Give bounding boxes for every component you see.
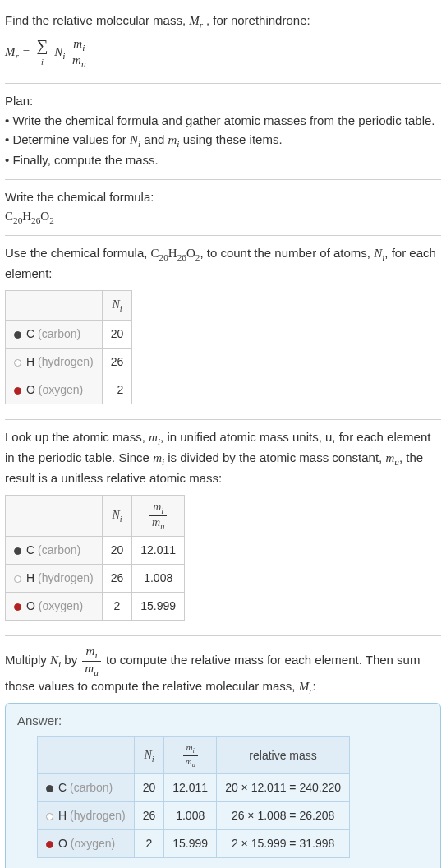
plan-item: Write the chemical formula and gather at… xyxy=(5,112,441,131)
plan-item: Determine values for Ni and mi using the… xyxy=(5,131,441,151)
table-row: O (oxygen) 2 xyxy=(6,376,132,404)
element-dot-icon xyxy=(14,387,21,395)
plan-heading: Plan: xyxy=(5,92,441,111)
element-dot-icon xyxy=(14,603,21,611)
count-atoms-text: Use the chemical formula, C20H26O2, to c… xyxy=(5,244,441,283)
plan-list: Write the chemical formula and gather at… xyxy=(5,112,441,169)
table-row: H (hydrogen) 26 xyxy=(6,349,132,376)
count-atoms-section: Use the chemical formula, C20H26O2, to c… xyxy=(5,236,441,420)
table-row: O (oxygen) 2 15.999 2 × 15.999 = 31.998 xyxy=(38,830,350,858)
ni-table: Ni C (carbon) 20 H (hydrogen) 26 O (oxyg… xyxy=(5,290,132,405)
sum-symbol: ∑ i xyxy=(37,38,48,69)
write-formula-section: Write the chemical formula: C20H26O2 xyxy=(5,180,441,236)
element-dot-icon xyxy=(46,841,53,848)
write-formula-heading: Write the chemical formula: xyxy=(5,188,441,207)
plan-item: Finally, compute the mass. xyxy=(5,151,441,170)
table-row: C (carbon) 20 xyxy=(6,321,132,349)
table-row: O (oxygen) 2 15.999 xyxy=(6,593,185,621)
answer-box: Answer: Ni mi mu relative mass C (carbon… xyxy=(5,703,441,868)
answer-label: Answer: xyxy=(17,712,432,731)
mass-table: Ni mi mu C (carbon) 20 12.011 H (hydroge… xyxy=(5,495,185,621)
table-header-row: Ni xyxy=(6,290,132,321)
final-result: Mr = 240.220 + 26.208 + 31.998 = 298.426 xyxy=(37,865,432,868)
plan-section: Plan: Write the chemical formula and gat… xyxy=(5,84,441,180)
element-dot-icon xyxy=(46,785,53,792)
multiply-text: Multiply Ni by mi mu to compute the rela… xyxy=(5,644,441,698)
table-row: H (hydrogen) 26 1.008 xyxy=(6,565,185,593)
element-dot-icon xyxy=(14,547,21,555)
table-row: H (hydrogen) 26 1.008 26 × 1.008 = 26.20… xyxy=(38,802,350,830)
intro-line: Find the relative molecular mass, Mr , f… xyxy=(5,12,441,32)
element-dot-icon xyxy=(14,359,21,367)
intro-text-b: , for norethindrone: xyxy=(206,13,310,27)
mr-symbol: Mr xyxy=(189,14,206,27)
element-dot-icon xyxy=(14,575,21,583)
chemical-formula: C20H26O2 xyxy=(5,207,441,228)
intro-section: Find the relative molecular mass, Mr , f… xyxy=(5,3,441,84)
mr-equation: Mr = ∑ i Ni mi mu xyxy=(5,37,441,70)
table-header-row: Ni mi mu relative mass xyxy=(38,737,350,774)
intro-text-a: Find the relative molecular mass, xyxy=(5,13,189,27)
answer-section: Multiply Ni by mi mu to compute the rela… xyxy=(5,636,441,868)
table-row: C (carbon) 20 12.011 xyxy=(6,537,185,565)
mi-over-mu: mi mu xyxy=(70,37,88,70)
table-header-row: Ni mi mu xyxy=(6,495,185,537)
lookup-text: Look up the atomic mass, mi, in unified … xyxy=(5,428,441,487)
answer-table: Ni mi mu relative mass C (carbon) 20 12.… xyxy=(37,736,350,858)
element-dot-icon xyxy=(14,331,21,339)
element-dot-icon xyxy=(46,813,53,820)
table-row: C (carbon) 20 12.011 20 × 12.011 = 240.2… xyxy=(38,774,350,802)
lookup-section: Look up the atomic mass, mi, in unified … xyxy=(5,420,441,636)
